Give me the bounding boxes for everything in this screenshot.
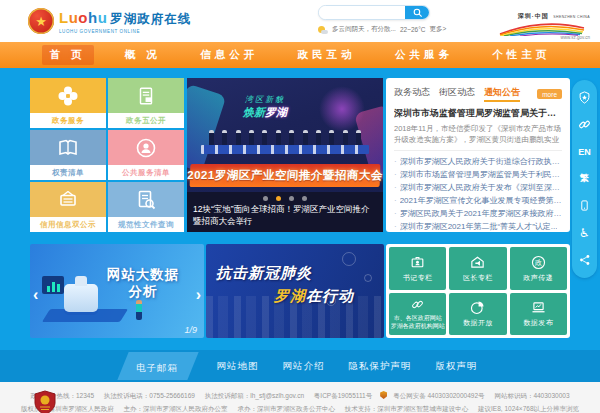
covid-banner[interactable]: 抗击新冠肺炎 罗湖在行动 [206,244,384,338]
lang-en-button[interactable]: EN [576,143,593,160]
weather-more-link[interactable]: 更多> [429,25,446,34]
carousel-dot[interactable] [302,196,307,201]
bigdata-banner[interactable]: 网站大数据 分析 ‹ › 1/9 [30,244,204,338]
mobile-icon [578,198,591,213]
tile-label: 规范性文件查询 [108,217,184,232]
news-list-item[interactable]: ·罗湖区民政局关于2021年度罗湖区承接政府职... [394,207,562,220]
related-links-button[interactable] [576,116,593,133]
megaphone-icon [469,254,486,271]
sz-title: 深圳·中国 [518,13,549,19]
side-toolbar: EN 繁 ♿ [572,80,597,278]
carousel-dot[interactable] [289,196,294,201]
divider [394,150,562,151]
news-list-item[interactable]: ·深圳市罗湖区人民政府关于发布《深圳至深汕合作... [394,181,562,194]
service-gov-voice[interactable]: 政 政声传递 [510,247,567,290]
badge-icon [409,254,426,271]
link-sitemap[interactable]: 网站地图 [217,360,259,373]
footer-icp-link[interactable]: 粤ICP备19055111号 [314,392,372,399]
top-row: 政务服务 政务五公开 权责清单 [30,78,570,232]
sz-subtitle: SHENZHEN CHINA [553,15,590,19]
tile-label: 政务服务 [30,113,106,128]
gov-emblem-button[interactable] [576,89,593,106]
carousel-dot[interactable] [263,196,268,201]
news-more-button[interactable]: more [537,89,562,99]
traditional-chinese-button[interactable]: 繁 [576,170,593,187]
brand-letter: u [69,9,79,26]
nav-item-public-services[interactable]: 公共服务 [387,45,461,65]
news-list-item[interactable]: ·深圳市市场监督管理局罗湖监管局关于利民利群市... [394,168,562,181]
link-site-intro[interactable]: 网站介绍 [283,360,325,373]
carousel-next-button[interactable]: › [196,288,201,302]
site-header: ★ L u o h u 罗湖政府在线 LUOHU GOVERNMENT ONLI… [0,0,600,42]
national-emblem-icon: ★ [28,8,54,34]
link-email[interactable]: 电子邮箱 [135,362,177,375]
news-tabs: 政务动态 街区动态 通知公告 more [394,86,562,102]
tile-document-search[interactable]: 规范性文件查询 [108,182,184,232]
link-privacy[interactable]: 隐私保护声明 [349,360,412,373]
carousel-dot-active[interactable] [276,196,281,201]
share-button[interactable] [576,251,593,268]
site-title-en: LUOHU GOVERNMENT ONLINE [59,29,191,34]
footer-host: 主办：深圳市罗湖区人民政府办公室 [124,405,228,412]
brand-letter: L [59,9,69,26]
tile-public-service-list[interactable]: 公共服务清单 [108,130,184,180]
carousel-prev-button[interactable]: ‹ [33,288,38,302]
tile-five-disclosures[interactable]: 政务五公开 [108,78,184,128]
banner-decoration [136,300,142,320]
slide-banner-title: 2021罗湖区产业空间推介暨招商大会 [187,168,383,183]
accessibility-button[interactable]: ♿ [576,224,593,241]
service-data-release[interactable]: 数据发布 [510,293,567,336]
tile-label: 政务五公开 [108,113,184,128]
link-copyright[interactable]: 版权声明 [436,360,478,373]
service-secretary-column[interactable]: 书记专栏 [389,247,446,290]
news-list-item[interactable]: ·2021年罗湖区宣传文化事业发展专项经费第三... [394,194,562,207]
search-button[interactable] [405,6,429,19]
footer-line1: 政务服务热线：12345 执法投诉电话：0755-25666169 执法投诉邮箱… [0,389,600,402]
carousel-caption-area: 12块“宝地”面向全球招商！罗湖区产业空间推介暨招商大会举行 [187,192,383,232]
pie-chart-icon [469,299,486,316]
tile-government-services[interactable]: 政务服务 [30,78,106,128]
service-open-data[interactable]: 数据开放 [449,293,506,336]
laptop-chart-icon [530,299,547,316]
bullet-icon: · [394,181,397,194]
nav-item-interaction[interactable]: 政民互动 [290,45,364,65]
tile-label: 公共服务清单 [108,165,184,180]
tab-notices[interactable]: 通知公告 [484,86,520,102]
main-nav: 首 页 概 况 信息公开 政民互动 公共服务 个性主页 [0,42,600,68]
news-panel: 政务动态 街区动态 通知公告 more 深圳市市场监督管理局罗湖监管局关于新..… [386,78,570,232]
document-search-icon [134,188,158,212]
mobile-version-button[interactable] [576,197,593,214]
site-logo[interactable]: ★ L u o h u 罗湖政府在线 LUOHU GOVERNMENT ONLI… [28,8,191,34]
carousel-slide[interactable]: 湾区新貌 焕新罗湖 2021罗湖区产业空间推介暨招商大会 [187,78,383,192]
bullet-icon: · [394,168,397,181]
logo-text: L u o h u 罗湖政府在线 LUOHU GOVERNMENT ONLINE [59,9,191,34]
tab-district-news[interactable]: 街区动态 [439,86,475,102]
document-icon [135,85,157,107]
slide-banner: 2021罗湖区产业空间推介暨招商大会 [190,164,381,187]
carousel-caption[interactable]: 12块“宝地”面向全球招商！罗湖区产业空间推介暨招商大会举行 [187,201,383,227]
nav-item-personal-page[interactable]: 个性主页 [484,45,558,65]
service-gov-websites[interactable]: 市、各区政府网站罗湖各政府机构网站 [389,293,446,336]
main-content: 政务服务 政务五公开 权责清单 [0,68,600,338]
slide-tagline-1: 湾区新貌 [243,94,287,105]
tile-duty-list[interactable]: 权责清单 [30,130,106,180]
shenzhen-logo[interactable]: 深圳·中国 SHENZHEN CHINA www.sz.gov.cn [498,4,590,40]
news-headline[interactable]: 深圳市市场监督管理局罗湖监管局关于新... [394,107,562,120]
nav-item-info-disclosure[interactable]: 信息公开 [192,45,266,65]
site-title: 罗湖政府在线 [110,11,191,28]
news-list-item[interactable]: ·深圳市罗湖区2021年第二批“菁英人才”认定... [394,220,562,232]
person-icon [134,136,158,160]
nav-item-overview[interactable]: 概 况 [117,45,169,65]
service-mayor-column[interactable]: 区长专栏 [449,247,506,290]
brand-letter: h [88,9,98,26]
covid-line2: 罗湖在行动 [216,287,384,306]
news-list-item[interactable]: ·深圳市罗湖区人民政府关于街道综合行政执法的公... [394,155,562,168]
search-input[interactable] [319,6,405,19]
hero-carousel[interactable]: 湾区新貌 焕新罗湖 2021罗湖区产业空间推介暨招商大会 [187,78,383,232]
tile-credit-info[interactable]: 信用信息双公示 [30,182,106,232]
open-book-icon [56,136,80,160]
tab-government-news[interactable]: 政务动态 [394,86,430,102]
nav-item-home[interactable]: 首 页 [42,45,94,65]
footer-organizer: 承办：深圳市罗湖区政务公开中心 [237,405,335,412]
footer-security-link[interactable]: 粤公网安备 44030302000492号 [393,392,484,399]
